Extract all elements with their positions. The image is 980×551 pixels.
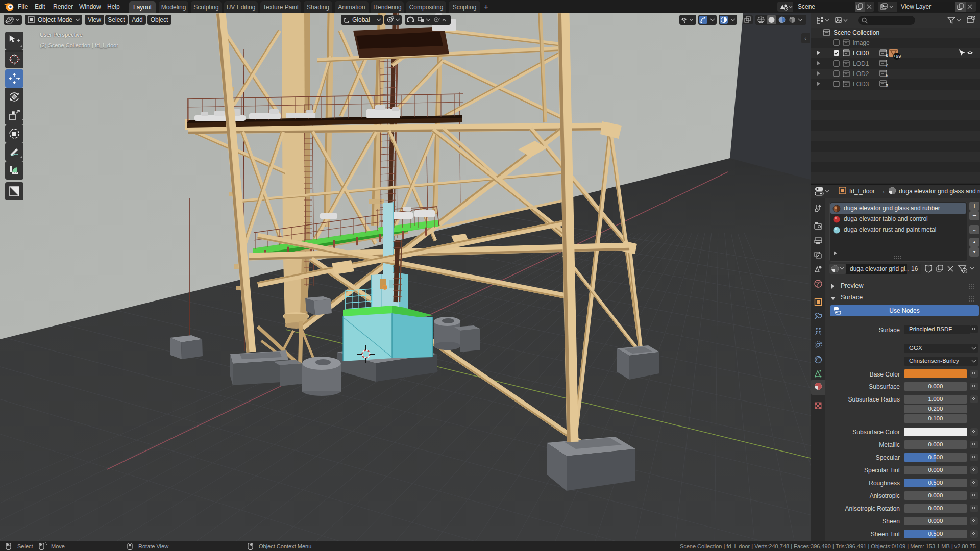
svg-text:LOD2: LOD2 [853,70,869,78]
svg-text:Scene Collection: Scene Collection [834,29,879,36]
svg-text:LOD0: LOD0 [853,49,869,57]
svg-text:Select: Select [17,543,33,549]
svg-text:Object Context Menu: Object Context Menu [259,543,311,549]
svg-text:8: 8 [886,53,888,58]
svg-text:6: 6 [886,73,888,78]
svg-text:image: image [853,39,870,46]
svg-text:7: 7 [886,63,888,68]
svg-text:3: 3 [886,83,888,88]
svg-text:Move: Move [51,543,65,549]
svg-text:+99: +99 [893,54,901,59]
svg-text:LOD3: LOD3 [853,81,869,88]
svg-text:Rotate View: Rotate View [138,543,168,549]
svg-text:LOD1: LOD1 [853,60,869,67]
